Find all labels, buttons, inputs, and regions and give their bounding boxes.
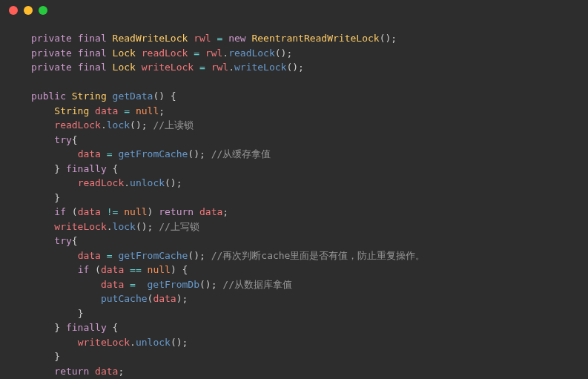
keyword: try xyxy=(54,134,71,145)
null-literal: null xyxy=(148,264,171,275)
keyword: try xyxy=(54,235,71,246)
punct: . xyxy=(101,119,107,131)
identifier: writeLock xyxy=(78,337,130,348)
identifier: rwl xyxy=(205,47,222,59)
punct: (); xyxy=(165,177,182,188)
punct: } xyxy=(54,192,60,203)
identifier: data xyxy=(199,206,222,217)
type: String xyxy=(54,105,89,116)
type: Lock xyxy=(113,47,136,59)
identifier: data xyxy=(95,105,118,116)
identifier: data xyxy=(78,148,101,159)
operator: == xyxy=(130,264,142,275)
punct: . xyxy=(222,47,228,59)
operator: = xyxy=(107,250,113,261)
punct: (); xyxy=(188,148,211,159)
operator: != xyxy=(107,206,119,217)
punct: } xyxy=(54,322,66,333)
punct: . xyxy=(228,62,234,73)
punct: () { xyxy=(153,90,176,102)
identifier: readLock xyxy=(78,177,125,188)
keyword: finally xyxy=(66,163,107,174)
method: unlock xyxy=(130,177,165,188)
punct: ) xyxy=(148,206,159,217)
punct: ; xyxy=(222,206,228,217)
punct: (); xyxy=(136,221,159,232)
punct: } xyxy=(54,163,66,174)
keyword: return xyxy=(54,366,89,377)
method: writeLock xyxy=(234,62,286,73)
keyword: if xyxy=(78,264,90,275)
keyword: new xyxy=(228,33,245,44)
method: lock xyxy=(113,221,136,232)
keyword: private xyxy=(31,47,72,59)
method: putCache xyxy=(101,293,148,304)
keyword: public xyxy=(31,90,66,102)
keyword: final xyxy=(78,47,107,59)
punct: (); xyxy=(130,119,153,131)
punct: (); xyxy=(380,33,397,44)
code-content: private final ReadWriteLock rwl = new Re… xyxy=(0,21,588,379)
punct: . xyxy=(130,337,136,348)
identifier: readLock xyxy=(142,47,188,59)
identifier: writeLock xyxy=(142,62,194,73)
keyword: private xyxy=(31,62,72,73)
method: lock xyxy=(107,119,130,131)
identifier: data xyxy=(153,293,176,304)
comment: //上读锁 xyxy=(153,119,194,131)
identifier: data xyxy=(78,250,101,261)
punct: { xyxy=(72,134,78,145)
type: ReadWriteLock xyxy=(113,33,188,44)
punct: (); xyxy=(188,250,211,261)
close-icon[interactable] xyxy=(9,6,18,15)
method: getFromDb xyxy=(148,279,199,290)
keyword: finally xyxy=(66,322,107,333)
punct: . xyxy=(107,221,113,232)
comment: //再次判断cache里面是否有值，防止重复操作。 xyxy=(211,250,426,261)
method: getFromCache xyxy=(118,148,188,159)
punct: . xyxy=(124,177,130,188)
punct: ); xyxy=(176,293,188,304)
punct: } xyxy=(54,351,60,362)
maximize-icon[interactable] xyxy=(39,6,47,15)
minimize-icon[interactable] xyxy=(24,6,33,15)
punct: ( xyxy=(66,206,78,217)
keyword: final xyxy=(78,33,107,44)
keyword: final xyxy=(78,62,107,73)
operator: = xyxy=(194,47,199,59)
type: String xyxy=(72,90,107,102)
identifier: rwl xyxy=(194,33,211,44)
punct: ; xyxy=(118,366,124,377)
punct: { xyxy=(72,235,78,246)
keyword: return xyxy=(159,206,194,217)
identifier: data xyxy=(95,366,118,377)
punct: (); xyxy=(171,337,188,348)
window-titlebar xyxy=(0,0,588,21)
operator: = xyxy=(107,148,113,159)
keyword: private xyxy=(31,33,72,44)
method: getFromCache xyxy=(118,250,188,261)
comment: //从数据库拿值 xyxy=(222,279,292,290)
punct: ) { xyxy=(171,264,188,275)
identifier: writeLock xyxy=(54,221,106,232)
constructor: ReentrantReadWriteLock xyxy=(251,33,379,44)
code-window: private final ReadWriteLock rwl = new Re… xyxy=(0,0,588,379)
identifier: rwl xyxy=(211,62,228,73)
comment: //从缓存拿值 xyxy=(211,148,271,159)
identifier: readLock xyxy=(54,119,101,131)
punct: { xyxy=(107,163,119,174)
identifier: data xyxy=(101,279,124,290)
identifier: data xyxy=(101,264,124,275)
null-literal: null xyxy=(124,206,147,217)
method: readLock xyxy=(228,47,275,59)
punct: (); xyxy=(286,62,303,73)
method: getData xyxy=(113,90,153,102)
punct: (); xyxy=(199,279,222,290)
punct: { xyxy=(107,322,119,333)
method: unlock xyxy=(136,337,171,348)
operator: = xyxy=(217,33,222,44)
punct: } xyxy=(78,308,84,319)
punct: ; xyxy=(159,105,165,116)
comment: //上写锁 xyxy=(159,221,199,232)
punct: (); xyxy=(275,47,292,59)
